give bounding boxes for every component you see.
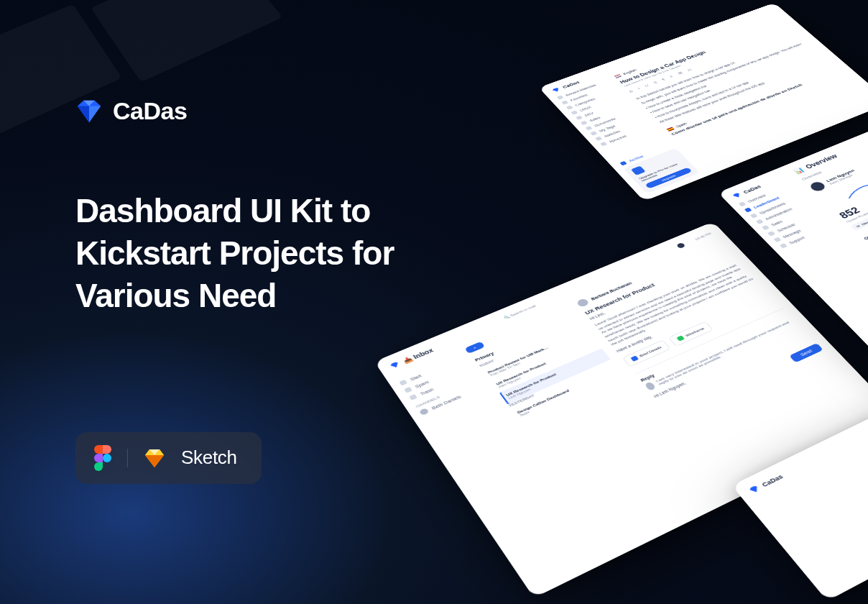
- tools-pill: Sketch: [75, 432, 262, 484]
- document-title: How to Design a Car App Design: [619, 20, 788, 84]
- diamond-icon: [75, 98, 103, 125]
- upgrade-button[interactable]: Upgrade: [645, 167, 692, 188]
- sidebar-item[interactable]: Recent Materials: [557, 78, 611, 100]
- mail-list-item[interactable]: UX Research for ProductLinh Nguyen: [499, 348, 611, 404]
- avatar[interactable]: [676, 242, 686, 249]
- mail-subject: UX Research for Product: [583, 250, 732, 316]
- metric-value: 852: [837, 157, 868, 221]
- sidebar-item[interactable]: DEV: [576, 98, 630, 120]
- sidebar-item[interactable]: My Tags: [590, 113, 645, 136]
- sidebar-item[interactable]: Documents: [585, 108, 640, 130]
- sidebar-item[interactable]: UI/UX: [571, 93, 625, 115]
- send-button[interactable]: Send: [789, 343, 823, 363]
- marketing-left-column: CaDas Dashboard UI Kit to Kickstart Proj…: [75, 97, 449, 484]
- divider: [127, 449, 128, 467]
- sidebar-item[interactable]: #articles: [595, 118, 650, 141]
- message-chip[interactable]: ✉ Message: [851, 214, 868, 231]
- sidebar-item[interactable]: Schedule: [767, 210, 824, 236]
- search-input[interactable]: 🔍 Search in mail: [503, 303, 537, 319]
- sidebar-item[interactable]: Sales: [762, 204, 818, 230]
- tools-sketch-label: Sketch: [181, 447, 237, 469]
- compose-button[interactable]: +: [464, 342, 484, 354]
- avatar: [576, 298, 590, 308]
- mail-list-item[interactable]: Product Review for UI8 Mark…Tran Mau Tri…: [482, 326, 593, 381]
- sidebar-item[interactable]: Leaderboard: [744, 188, 800, 213]
- attachment-chip[interactable]: Wireframe: [668, 321, 714, 347]
- archive-icon: [619, 161, 627, 166]
- sidebar-item[interactable]: Message: [773, 216, 830, 242]
- sidebar-item[interactable]: Support: [780, 222, 837, 249]
- flag-icon: [666, 127, 674, 131]
- mockup-projects-card: CaDas + Start Projects + Add Team: [731, 354, 868, 601]
- brand-name: CaDas: [113, 97, 187, 125]
- mockup-editor-card: CaDas Recent MaterialsFavoritesCategorie…: [539, 3, 868, 201]
- brand-lockup: CaDas: [75, 97, 449, 125]
- sidebar-item[interactable]: Sales: [581, 103, 636, 125]
- mail-list-item[interactable]: Design CaDas DashboardTeam: [512, 364, 624, 421]
- sidebar-item[interactable]: Overview: [739, 182, 795, 207]
- editor-toolbar[interactable]: BIUS¶≡⌘H: [628, 29, 798, 93]
- flag-icon: [614, 74, 622, 78]
- archive-link[interactable]: Archive: [619, 155, 644, 166]
- sidebar-item[interactable]: Spreadsheets: [750, 193, 807, 218]
- attachment-chip[interactable]: Brief Details: [622, 339, 671, 367]
- figma-icon: [94, 445, 111, 471]
- sidebar-item[interactable]: Favorites: [561, 83, 616, 104]
- sidebar-item[interactable]: Categories: [566, 88, 621, 109]
- mail-list-item[interactable]: UX Research for ProductAlex Nguyen: [491, 337, 602, 393]
- avatar: [808, 180, 828, 193]
- mockup-overview-card: CaDas 📊 Overview OverviewLeaderboardSpre…: [718, 110, 868, 372]
- sidebar-item[interactable]: #process: [600, 123, 655, 146]
- headline: Dashboard UI Kit to Kickstart Projects f…: [75, 190, 449, 317]
- svg-point-0: [103, 454, 111, 462]
- sketch-icon: [144, 448, 165, 468]
- sidebar-item[interactable]: Administration: [756, 198, 813, 224]
- sparkline-chart: [820, 142, 868, 210]
